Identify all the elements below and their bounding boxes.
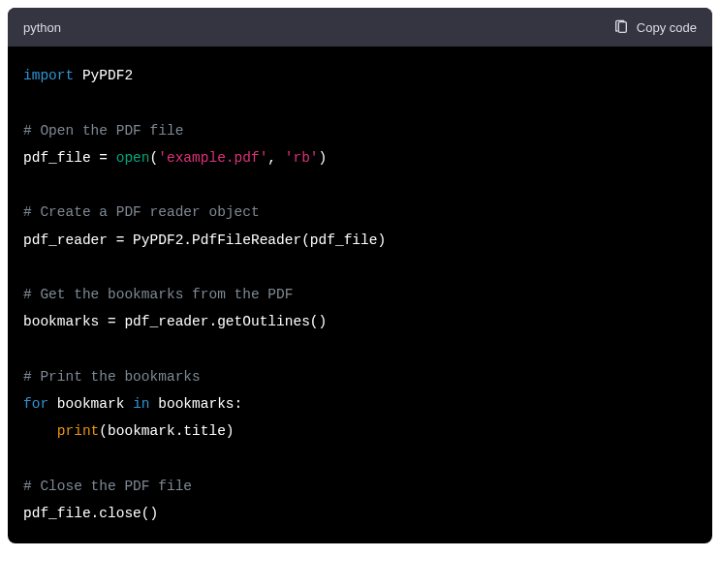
code-token: bookmarks = pdf_reader.getOutlines()	[23, 314, 327, 329]
code-token	[23, 423, 57, 439]
copy-code-button[interactable]: Copy code	[613, 19, 697, 35]
language-label: python	[23, 20, 61, 35]
code-token: # Get the bookmarks from the PDF	[23, 287, 293, 302]
code-block: python Copy code import PyPDF2 # Open th…	[8, 8, 712, 543]
code-token: bookmarks:	[150, 396, 243, 412]
code-token: # Create a PDF reader object	[23, 204, 260, 220]
code-token: bookmark	[48, 396, 133, 412]
code-token: # Close the PDF file	[23, 479, 192, 494]
code-token: # Print the bookmarks	[23, 369, 201, 385]
code-token: print	[57, 423, 100, 439]
code-token: (bookmark.title)	[99, 423, 234, 439]
clipboard-icon	[613, 19, 629, 35]
code-token: open	[116, 150, 150, 166]
code-token: import	[23, 68, 74, 83]
code-token: )	[319, 150, 328, 166]
code-token: 'example.pdf'	[158, 150, 267, 166]
code-token: pdf_reader = PyPDF2.PdfFileReader(pdf_fi…	[23, 232, 386, 248]
code-token: (	[150, 150, 159, 166]
code-token: in	[133, 396, 149, 412]
code-token: PyPDF2	[74, 68, 133, 83]
copy-code-label: Copy code	[637, 20, 697, 35]
code-header: python Copy code	[8, 8, 712, 46]
code-token: 'rb'	[285, 150, 319, 166]
code-body[interactable]: import PyPDF2 # Open the PDF file pdf_fi…	[8, 46, 712, 543]
svg-rect-0	[618, 22, 626, 33]
code-token: ,	[267, 150, 284, 166]
code-token: pdf_file =	[23, 150, 116, 166]
code-token: pdf_file.close()	[23, 506, 158, 521]
code-token: # Open the PDF file	[23, 123, 183, 139]
code-token: for	[23, 396, 48, 412]
